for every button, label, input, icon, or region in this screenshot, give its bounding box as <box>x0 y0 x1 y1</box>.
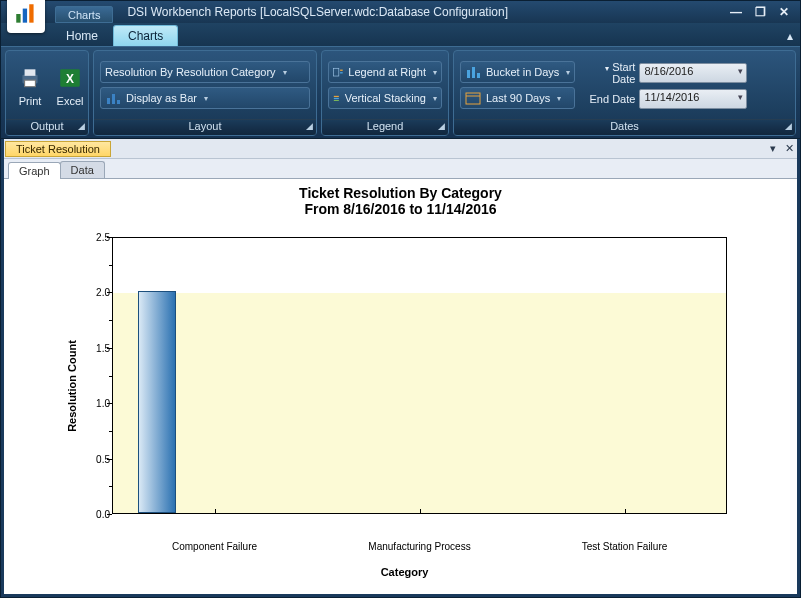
window-title: DSI Workbench Reports [LocalSQLServer.wd… <box>127 5 724 19</box>
x-tick-label: Component Failure <box>172 541 257 552</box>
calendar-range-icon <box>465 90 481 106</box>
display-as-label: Display as Bar <box>126 92 197 104</box>
start-date-input[interactable]: 8/16/2016▾ <box>639 63 747 83</box>
svg-rect-15 <box>334 98 339 99</box>
document-tab-ticket-resolution[interactable]: Ticket Resolution <box>5 141 111 157</box>
chevron-down-icon: ▾ <box>738 92 743 102</box>
chart-bar <box>138 291 176 513</box>
stacking-icon <box>333 90 340 106</box>
chart-area: Ticket Resolution By Category From 8/16/… <box>4 179 797 594</box>
bucket-label: Bucket in Days <box>486 66 559 78</box>
end-date-input[interactable]: 11/14/2016▾ <box>639 89 747 109</box>
ribbon-tabs: Home Charts ▴ <box>1 23 800 47</box>
app-window: Charts DSI Workbench Reports [LocalSQLSe… <box>0 0 801 598</box>
quick-access-tab[interactable]: Charts <box>55 6 113 23</box>
tab-charts[interactable]: Charts <box>113 25 178 46</box>
dates-dialog-launcher[interactable]: ◢ <box>785 121 792 131</box>
document-area: Ticket Resolution ▾ ✕ Graph Data Ticket … <box>1 139 800 597</box>
chevron-down-icon: ▾ <box>433 94 437 103</box>
excel-icon: X <box>56 64 84 92</box>
svg-rect-2 <box>29 4 33 22</box>
y-tick-label: 0.0 <box>76 509 110 520</box>
title-bar: Charts DSI Workbench Reports [LocalSQLSe… <box>1 1 800 23</box>
chart-title: Ticket Resolution By Category <box>4 185 797 201</box>
chevron-down-icon: ▾ <box>738 66 743 76</box>
legend-position-label: Legend at Right <box>348 66 426 78</box>
svg-rect-0 <box>16 14 20 23</box>
svg-rect-10 <box>117 100 120 104</box>
document-header: Ticket Resolution ▾ ✕ <box>4 139 797 159</box>
layout-dialog-launcher[interactable]: ◢ <box>306 121 313 131</box>
minimize-button[interactable]: — <box>724 4 748 20</box>
chevron-down-icon: ▾ <box>557 94 561 103</box>
group-label-dates: Dates ◢ <box>454 119 795 135</box>
last-90-days-dropdown[interactable]: Last 90 Days ▾ <box>460 87 575 109</box>
ribbon: Print X Excel Output ◢ Resolution By <box>1 47 800 139</box>
svg-rect-12 <box>340 69 343 70</box>
excel-button[interactable]: X Excel <box>52 62 88 109</box>
svg-rect-18 <box>472 67 475 78</box>
last-90-label: Last 90 Days <box>486 92 550 104</box>
subtab-graph[interactable]: Graph <box>8 162 61 179</box>
y-tick-label: 0.5 <box>76 453 110 464</box>
ribbon-group-dates: Bucket in Days ▾ Last 90 Days ▾ ▾ <box>453 50 796 136</box>
excel-label: Excel <box>57 95 84 107</box>
chevron-down-icon: ▾ <box>433 68 437 77</box>
ribbon-group-layout: Resolution By Resolution Category ▾ Disp… <box>93 50 317 136</box>
chevron-down-icon: ▾ <box>566 68 570 77</box>
display-as-dropdown[interactable]: Display as Bar ▾ <box>100 87 310 109</box>
app-logo-icon <box>13 1 39 27</box>
y-tick-label: 1.5 <box>76 342 110 353</box>
svg-rect-4 <box>25 69 36 76</box>
bar-chart-icon <box>105 90 121 106</box>
svg-rect-20 <box>466 93 480 104</box>
group-label-output: Output ◢ <box>6 119 88 135</box>
legend-dialog-launcher[interactable]: ◢ <box>438 121 445 131</box>
svg-rect-9 <box>112 94 115 104</box>
y-tick-label: 2.0 <box>76 287 110 298</box>
svg-rect-1 <box>23 9 27 23</box>
tab-home[interactable]: Home <box>51 25 113 46</box>
svg-rect-5 <box>25 80 36 87</box>
chevron-down-icon: ▾ <box>283 68 287 77</box>
y-tick-label: 2.5 <box>76 232 110 243</box>
svg-rect-13 <box>340 72 343 73</box>
ribbon-group-legend: Legend at Right ▾ Vertical Stacking ▾ Le… <box>321 50 449 136</box>
close-button[interactable]: ✕ <box>772 4 796 20</box>
group-label-layout: Layout ◢ <box>94 119 316 135</box>
legend-right-icon <box>333 64 343 80</box>
close-document-button[interactable]: ✕ <box>781 142 797 155</box>
app-menu-button[interactable] <box>7 0 45 33</box>
svg-rect-14 <box>334 95 339 96</box>
print-button[interactable]: Print <box>12 62 48 109</box>
bucket-dropdown[interactable]: Bucket in Days ▾ <box>460 61 575 83</box>
start-date-label: ▾ Start Date <box>579 61 635 85</box>
chart-plot: Resolution Count Category 0.00.51.01.52.… <box>82 237 727 534</box>
chevron-down-icon: ▾ <box>204 94 208 103</box>
subtabs: Graph Data <box>4 159 797 179</box>
resolution-category-dropdown[interactable]: Resolution By Resolution Category ▾ <box>100 61 310 83</box>
printer-icon <box>16 64 44 92</box>
restore-button[interactable]: ❐ <box>748 4 772 20</box>
output-dialog-launcher[interactable]: ◢ <box>78 121 85 131</box>
svg-text:X: X <box>66 72 74 86</box>
y-axis-label: Resolution Count <box>66 340 78 432</box>
end-date-label: End Date <box>579 93 635 105</box>
bucket-icon <box>465 64 481 80</box>
subtab-data[interactable]: Data <box>60 161 105 178</box>
legend-position-dropdown[interactable]: Legend at Right ▾ <box>328 61 442 83</box>
svg-rect-8 <box>107 98 110 104</box>
plot-background <box>112 237 727 514</box>
print-label: Print <box>19 95 42 107</box>
window-position-button[interactable]: ▾ <box>765 142 781 155</box>
svg-rect-19 <box>477 73 480 78</box>
collapse-ribbon-button[interactable]: ▴ <box>780 29 800 46</box>
group-label-legend: Legend ◢ <box>322 119 448 135</box>
stacking-dropdown[interactable]: Vertical Stacking ▾ <box>328 87 442 109</box>
ribbon-group-output: Print X Excel Output ◢ <box>5 50 89 136</box>
chart-subtitle: From 8/16/2016 to 11/14/2016 <box>4 201 797 217</box>
x-tick-label: Test Station Failure <box>582 541 668 552</box>
x-tick-label: Manufacturing Process <box>368 541 470 552</box>
x-axis-label: Category <box>82 566 727 578</box>
stacking-label: Vertical Stacking <box>345 92 426 104</box>
